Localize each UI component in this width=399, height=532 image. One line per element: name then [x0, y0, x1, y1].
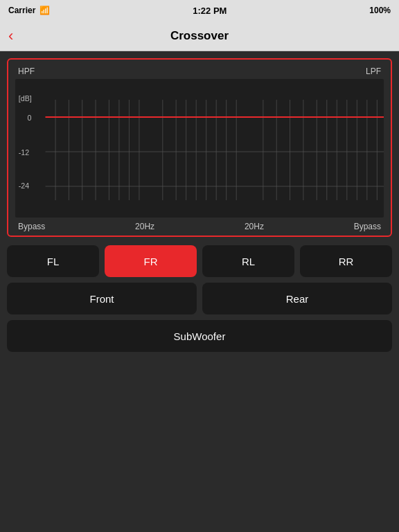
channel-button-fl[interactable]: FL	[7, 245, 99, 277]
svg-text:-24: -24	[19, 181, 29, 190]
subwoofer-button[interactable]: SubWoofer	[7, 320, 392, 352]
group-buttons-row: Front Rear	[7, 283, 392, 314]
back-button[interactable]: ‹	[8, 28, 13, 44]
front-button[interactable]: Front	[7, 283, 197, 314]
channel-buttons-row: FL FR RL RR	[7, 245, 392, 277]
chart-header: HPF LPF	[15, 66, 384, 76]
footer-bypass-right: Bypass	[354, 222, 381, 231]
status-bar: Carrier 📶 1:22 PM 100%	[0, 0, 399, 21]
lpf-label: LPF	[366, 66, 381, 76]
svg-text:[dB]: [dB]	[19, 94, 32, 103]
hpf-label: HPF	[18, 66, 35, 76]
channel-button-fr[interactable]: FR	[105, 245, 197, 277]
status-bar-left: Carrier 📶	[8, 6, 50, 15]
footer-20hz-right: 20Hz	[245, 222, 264, 231]
svg-text:0: 0	[27, 114, 31, 122]
chart-footer: Bypass 20Hz 20Hz Bypass	[15, 218, 384, 231]
channel-button-rr[interactable]: RR	[300, 245, 392, 277]
footer-20hz-left: 20Hz	[135, 222, 154, 231]
footer-bypass-left: Bypass	[18, 222, 45, 231]
chart-svg: [dB] 0 -12 -24	[15, 79, 384, 218]
wifi-icon: 📶	[39, 6, 50, 15]
channel-button-rl[interactable]: RL	[202, 245, 294, 277]
nav-title: Crossover	[170, 29, 229, 43]
svg-rect-0	[15, 79, 384, 218]
chart-area: [dB] 0 -12 -24	[15, 79, 384, 218]
rear-button[interactable]: Rear	[202, 283, 392, 314]
battery-label: 100%	[369, 6, 391, 15]
status-bar-time: 1:22 PM	[193, 6, 227, 16]
chart-box: HPF LPF	[7, 58, 392, 237]
nav-bar: ‹ Crossover	[0, 21, 399, 51]
main-content: HPF LPF	[0, 51, 399, 352]
carrier-label: Carrier	[8, 6, 35, 15]
svg-text:-12: -12	[19, 148, 29, 157]
